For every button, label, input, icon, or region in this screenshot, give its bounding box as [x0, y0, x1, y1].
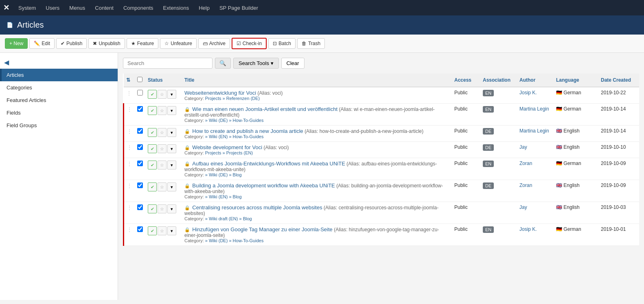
featured-btn-5[interactable]: ☆: [158, 182, 166, 191]
nav-content[interactable]: Content: [91, 2, 118, 13]
drag-handle-icon[interactable]: ⋮: [127, 204, 132, 211]
checkin-button[interactable]: ☑ Check-in: [232, 38, 267, 49]
category-link-7[interactable]: » Wiki (DE) » How-To-Guides: [205, 238, 264, 243]
dropdown-btn-2[interactable]: ▾: [167, 128, 176, 137]
nav-spbuilder[interactable]: SP Page Builder: [215, 2, 262, 13]
dropdown-btn-0[interactable]: ▾: [167, 90, 176, 99]
author-link-3[interactable]: Jay: [519, 144, 527, 150]
row-checkbox-cell-1[interactable]: [135, 104, 145, 126]
author-link-2[interactable]: Martina Legin: [519, 128, 549, 134]
col-header-status[interactable]: Status: [145, 74, 182, 87]
col-header-language[interactable]: Language: [554, 74, 598, 87]
search-tools-button[interactable]: Search Tools ▾: [233, 58, 279, 69]
published-btn-2[interactable]: ✔: [148, 128, 157, 137]
sidebar-item-fields[interactable]: Fields: [0, 106, 118, 119]
article-title-link-2[interactable]: How to create and publish a new Joomla a…: [192, 128, 303, 134]
published-btn-6[interactable]: ✔: [148, 204, 157, 213]
row-checkbox-1[interactable]: [137, 106, 143, 112]
trash-button[interactable]: 🗑 Trash: [297, 38, 325, 49]
nav-components[interactable]: Components: [119, 2, 158, 13]
article-title-link-4[interactable]: Aufbau eines Joomla-Entwicklungs-Workflo…: [192, 161, 345, 167]
article-title-link-3[interactable]: Website development for Voci: [192, 144, 262, 150]
category-link-0[interactable]: Projects » Referenzen (DE): [205, 96, 260, 101]
col-header-access[interactable]: Access: [452, 74, 480, 87]
row-checkbox-cell-2[interactable]: [135, 126, 145, 142]
author-link-7[interactable]: Josip K.: [519, 226, 537, 232]
article-title-link-5[interactable]: Building a Joomla development workflow w…: [192, 182, 335, 189]
edit-button[interactable]: ✏️ Edit: [29, 38, 55, 49]
published-btn-3[interactable]: ✔: [148, 144, 157, 153]
clear-button[interactable]: Clear: [281, 58, 304, 69]
category-link-1[interactable]: » Wiki (DE) » How-To-Guides: [205, 118, 264, 123]
col-header-order[interactable]: ⇅: [124, 74, 135, 87]
dropdown-btn-6[interactable]: ▾: [167, 204, 176, 213]
dropdown-btn-4[interactable]: ▾: [167, 161, 176, 169]
search-button[interactable]: 🔍: [215, 58, 231, 69]
article-title-link-0[interactable]: Webseitenentwicklung für Voci: [184, 90, 256, 96]
row-checkbox-cell-6[interactable]: [135, 202, 145, 224]
publish-button[interactable]: ✔ Publish: [56, 38, 87, 49]
drag-handle-icon[interactable]: ⋮: [127, 161, 132, 167]
published-btn-0[interactable]: ✔: [148, 90, 157, 99]
unfeature-button[interactable]: ☆ Unfeature: [160, 38, 197, 49]
drag-handle-icon[interactable]: ⋮: [127, 106, 132, 113]
assoc-badge-5[interactable]: DE: [483, 182, 494, 189]
featured-btn-2[interactable]: ☆: [158, 128, 166, 137]
category-link-5[interactable]: » Wiki (EN) » Blog: [205, 194, 242, 199]
archive-button[interactable]: 🗃 Archive: [198, 38, 230, 49]
sidebar-item-featured[interactable]: Featured Articles: [0, 94, 118, 106]
row-checkbox-0[interactable]: [137, 90, 143, 96]
drag-handle-icon[interactable]: ⋮: [127, 144, 132, 151]
sidebar-toggle[interactable]: ◀: [0, 56, 118, 69]
drag-handle-icon[interactable]: ⋮: [127, 226, 132, 233]
featured-btn-6[interactable]: ☆: [158, 204, 166, 213]
featured-btn-0[interactable]: ☆: [158, 90, 166, 99]
author-link-0[interactable]: Josip K.: [519, 90, 537, 96]
featured-btn-3[interactable]: ☆: [158, 144, 166, 153]
new-button[interactable]: + New: [5, 38, 28, 49]
published-btn-5[interactable]: ✔: [148, 182, 157, 191]
drag-handle-icon[interactable]: ⋮: [127, 182, 132, 189]
col-header-author[interactable]: Author: [517, 74, 554, 87]
assoc-badge-1[interactable]: EN: [483, 106, 494, 113]
row-checkbox-6[interactable]: [137, 204, 143, 210]
featured-btn-4[interactable]: ☆: [158, 161, 166, 169]
assoc-badge-7[interactable]: EN: [483, 226, 494, 233]
dropdown-btn-5[interactable]: ▾: [167, 182, 176, 191]
row-checkbox-3[interactable]: [137, 144, 143, 150]
assoc-badge-4[interactable]: EN: [483, 161, 494, 167]
nav-menus[interactable]: Menus: [65, 2, 89, 13]
col-header-association[interactable]: Association: [480, 74, 517, 87]
category-link-4[interactable]: » Wiki (DE) » Blog: [205, 172, 242, 177]
drag-handle-icon[interactable]: ⋮: [126, 90, 132, 96]
row-checkbox-2[interactable]: [137, 128, 143, 134]
col-header-check[interactable]: [135, 74, 145, 87]
dropdown-btn-7[interactable]: ▾: [167, 226, 176, 235]
row-checkbox-5[interactable]: [137, 182, 143, 188]
category-link-6[interactable]: » Wiki draft (EN) » Blog: [205, 216, 252, 221]
published-btn-1[interactable]: ✔: [148, 106, 157, 115]
row-checkbox-4[interactable]: [137, 161, 143, 166]
nav-system[interactable]: System: [14, 2, 40, 13]
batch-button[interactable]: ⊡ Batch: [268, 38, 296, 49]
feature-button[interactable]: ★ Feature: [127, 38, 158, 49]
unpublish-button[interactable]: ✖ Unpublish: [88, 38, 125, 49]
published-btn-4[interactable]: ✔: [148, 161, 157, 169]
published-btn-7[interactable]: ✔: [148, 226, 157, 235]
row-checkbox-cell-3[interactable]: [135, 142, 145, 158]
assoc-badge-0[interactable]: EN: [483, 90, 494, 96]
author-link-1[interactable]: Martina Legin: [519, 106, 549, 112]
row-checkbox-7[interactable]: [137, 226, 143, 232]
assoc-badge-3[interactable]: DE: [483, 144, 494, 151]
author-link-4[interactable]: Zoran: [519, 161, 532, 166]
nav-extensions[interactable]: Extensions: [159, 2, 193, 13]
col-header-title[interactable]: Title: [182, 74, 452, 87]
featured-btn-1[interactable]: ☆: [158, 106, 166, 115]
row-checkbox-cell-4[interactable]: [135, 158, 145, 180]
author-link-6[interactable]: Jay: [519, 204, 527, 210]
drag-handle-icon[interactable]: ⋮: [127, 128, 132, 135]
dropdown-btn-1[interactable]: ▾: [167, 106, 176, 115]
article-title-link-6[interactable]: Centralising resources across multiple J…: [192, 204, 322, 211]
article-title-link-1[interactable]: Wie man einen neuen Joomla-Artikel erste…: [192, 106, 337, 112]
nav-help[interactable]: Help: [195, 2, 214, 13]
